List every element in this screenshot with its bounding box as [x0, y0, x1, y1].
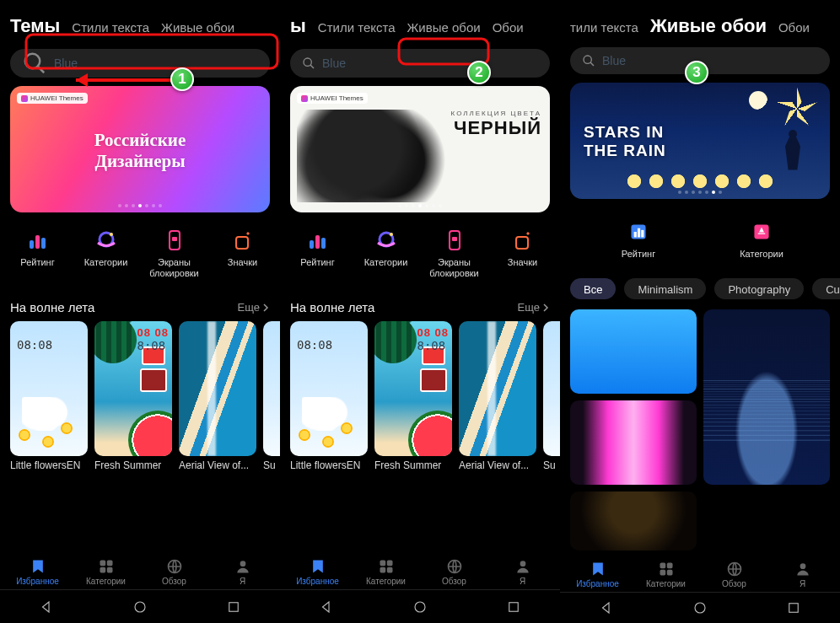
home-button[interactable] [132, 599, 148, 615]
hero-badge: HUAWEI Themes [17, 93, 88, 104]
chip-photography[interactable]: Photography [714, 278, 804, 299]
svg-rect-17 [229, 602, 238, 611]
more-link[interactable]: Еще [238, 301, 270, 314]
grid-icon [98, 558, 115, 575]
quick-rating[interactable]: Рейтинг [588, 219, 689, 260]
nav-review[interactable]: Обзор [145, 558, 204, 586]
svg-rect-48 [660, 570, 665, 576]
quick-rating[interactable]: Рейтинг [7, 228, 69, 278]
back-button[interactable] [319, 599, 334, 615]
tab-livewallpapers[interactable]: Живые обои [650, 15, 767, 37]
recent-button[interactable] [226, 599, 241, 615]
quick-categories[interactable]: Категории [711, 219, 812, 260]
search-bar[interactable] [10, 49, 270, 78]
nav-categories[interactable]: Категории [77, 558, 136, 586]
android-navbar [280, 589, 560, 623]
quick-links: Рейтинг Категории Экраны блокировки Знач… [0, 219, 280, 285]
wallpaper-item[interactable] [570, 309, 697, 394]
tab-themes[interactable]: Темы [10, 15, 60, 37]
quick-icons[interactable]: Значки [212, 228, 274, 278]
svg-point-26 [390, 233, 393, 236]
wallpaper-item[interactable] [570, 491, 697, 550]
person-icon [514, 558, 531, 575]
filter-chips: Все Minimalism Photography Cute [560, 266, 840, 306]
svg-point-0 [25, 54, 40, 69]
home-button[interactable] [692, 600, 708, 615]
svg-rect-13 [106, 567, 112, 573]
search-input[interactable] [322, 56, 538, 70]
tab-livewallpapers[interactable]: Живые обои [407, 20, 481, 35]
svg-rect-31 [386, 561, 392, 567]
grid-icon [378, 558, 395, 575]
nav-categories[interactable]: Категории [357, 558, 416, 586]
svg-rect-37 [509, 602, 518, 611]
tab-textstyles-cut[interactable]: тили текста [570, 20, 638, 35]
tab-textstyles[interactable]: Стили текста [72, 20, 149, 35]
back-button[interactable] [599, 600, 614, 615]
hero-banner[interactable]: HUAWEI Themes Российские Дизайнеры [10, 86, 270, 212]
svg-rect-3 [35, 235, 40, 249]
nav-favorites[interactable]: Избранное [8, 558, 67, 586]
section-title: На волне лета [290, 300, 374, 314]
quick-lockscreens[interactable]: Экраны блокировки [143, 228, 206, 278]
tab-livewallpapers[interactable]: Живые обои [161, 20, 234, 35]
hero-banner[interactable]: STARS INTHE RAIN [570, 83, 830, 200]
quick-links: Рейтинг Категории [560, 206, 840, 266]
svg-rect-9 [236, 237, 248, 249]
theme-card[interactable]: Aerial View of... [179, 321, 256, 471]
quick-icons[interactable]: Значки [492, 228, 554, 278]
search-bar[interactable] [570, 47, 830, 73]
nav-review[interactable]: Обзор [705, 561, 764, 588]
android-navbar [0, 589, 280, 623]
quick-lockscreens[interactable]: Экраны блокировки [423, 228, 486, 278]
tabs: Темы Стили текста Живые обои [0, 0, 280, 44]
nav-favorites[interactable]: Избранное [288, 558, 347, 586]
wallpaper-item[interactable] [570, 400, 697, 485]
carousel-dots [10, 204, 270, 207]
theme-card[interactable]: Su [543, 321, 560, 471]
search-input[interactable] [602, 54, 818, 67]
hero-banner[interactable]: HUAWEI Themes КОЛЛЕКЦИЯ ЦВЕТАЧЕРНЫЙ [290, 86, 550, 212]
svg-line-21 [310, 65, 314, 68]
svg-rect-23 [315, 235, 320, 249]
tab-themes-cut[interactable]: ы [290, 15, 306, 37]
wallpaper-item[interactable] [703, 309, 830, 485]
nav-me[interactable]: Я [493, 558, 552, 586]
quick-categories[interactable]: Категории [75, 228, 137, 278]
theme-card[interactable]: Su [263, 321, 280, 471]
svg-rect-24 [321, 238, 326, 249]
theme-card[interactable]: Aerial View of... [459, 321, 536, 471]
chip-all[interactable]: Все [570, 278, 616, 299]
tab-textstyles[interactable]: Стили текста [318, 20, 396, 35]
section-header: На волне лета Еще [0, 285, 280, 316]
search-input[interactable] [54, 56, 258, 70]
quick-categories[interactable]: Категории [355, 228, 417, 278]
nav-me[interactable]: Я [213, 558, 272, 586]
recent-button[interactable] [506, 599, 521, 615]
svg-point-39 [584, 56, 591, 63]
chip-cute[interactable]: Cute [812, 278, 840, 299]
recent-button[interactable] [786, 600, 801, 615]
theme-card[interactable]: 08:08Little flowersEN [290, 321, 368, 471]
more-link[interactable]: Еще [518, 301, 550, 314]
nav-review[interactable]: Обзор [425, 558, 484, 586]
chevron-right-icon [541, 303, 550, 312]
home-button[interactable] [412, 599, 428, 615]
theme-card[interactable]: 08:08 Little flowersEN [10, 321, 88, 471]
tab-wallpapers[interactable]: Обои [778, 20, 810, 35]
quick-rating[interactable]: Рейтинг [287, 228, 349, 278]
back-button[interactable] [39, 599, 54, 615]
theme-card[interactable]: 08 088:08Fresh Summer [374, 321, 452, 471]
nav-categories[interactable]: Категории [637, 561, 696, 588]
svg-rect-32 [380, 567, 385, 573]
rating-icon [626, 219, 651, 244]
nav-me[interactable]: Я [773, 561, 832, 588]
quick-links: Рейтинг Категории Экраны блокировки Знач… [280, 219, 560, 285]
theme-card[interactable]: 08 088:08 Fresh Summer [94, 321, 172, 471]
nav-favorites[interactable]: Избранное [568, 561, 627, 588]
bottom-nav: Избранное Категории Обзор Я [0, 551, 280, 589]
search-bar[interactable] [290, 49, 550, 78]
tab-wallpapers[interactable]: Обои [493, 20, 524, 35]
svg-rect-47 [666, 562, 672, 568]
chip-minimalism[interactable]: Minimalism [624, 278, 706, 299]
